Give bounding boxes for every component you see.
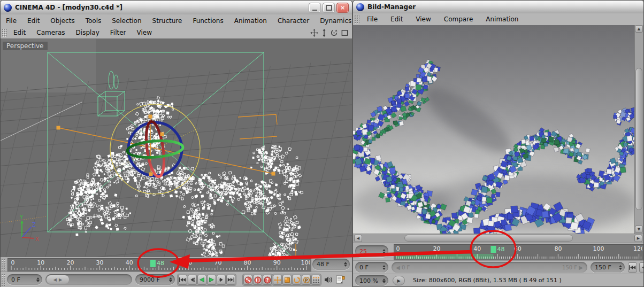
- menu-item-edit[interactable]: Edit: [8, 29, 31, 36]
- horizontal-scroll-thumb[interactable]: [404, 235, 573, 242]
- window-title: Bild-Manager: [367, 3, 416, 11]
- svg-text:10: 10: [37, 259, 44, 266]
- timeline-end-field[interactable]: 9000 F: [135, 274, 175, 285]
- menu-item-file[interactable]: File: [1, 17, 22, 25]
- menu-item-display[interactable]: Display: [71, 29, 105, 36]
- spinner-arrows-icon[interactable]: [36, 276, 40, 284]
- scroll-down-icon[interactable]: ▼: [635, 226, 643, 233]
- menu-item-selection[interactable]: Selection: [106, 17, 147, 25]
- title-bar[interactable]: Bild-Manager: [353, 1, 643, 14]
- menu-item-dynamics[interactable]: Dynamics: [315, 17, 357, 25]
- play-icon: ▶: [397, 278, 400, 283]
- horizontal-scrollbar[interactable]: ◀ ▶: [353, 234, 643, 243]
- slider-handle[interactable]: ◀ ▶: [47, 275, 69, 284]
- menu-item-file[interactable]: File: [361, 15, 384, 23]
- keyframe-selection-button[interactable]: ?: [263, 275, 272, 285]
- svg-text:40: 40: [473, 245, 481, 252]
- spinner-arrows-icon[interactable]: [382, 277, 386, 285]
- viewport-label[interactable]: Perspective: [3, 42, 48, 50]
- menu-item-functions[interactable]: Functions: [187, 17, 228, 25]
- svg-text:X: X: [35, 236, 39, 242]
- play-backwards-button[interactable]: [197, 275, 206, 285]
- record-pla-icon[interactable]: [311, 275, 320, 285]
- slider-left-icon[interactable]: ◀: [53, 277, 57, 282]
- minimize-button[interactable]: [309, 3, 321, 13]
- title-bar[interactable]: CINEMA 4D - [modyn30.c4d *] ×: [1, 1, 352, 15]
- menu-item-animation[interactable]: Animation: [229, 17, 272, 25]
- sound-icon[interactable]: [324, 274, 333, 285]
- viewport-rotate-icon[interactable]: [330, 29, 338, 37]
- timeline-grip[interactable]: [1, 259, 6, 270]
- pv-start-field[interactable]: 0 F: [355, 262, 388, 273]
- menu-item-edit[interactable]: Edit: [384, 15, 409, 23]
- menu-item-structure[interactable]: Structure: [147, 17, 188, 25]
- menu-item-character[interactable]: Character: [272, 17, 315, 25]
- viewport-move-icon[interactable]: [310, 29, 318, 37]
- viewport-toggle-icon[interactable]: [341, 29, 349, 37]
- menu-item-view[interactable]: View: [409, 15, 437, 23]
- cinema4d-window: CINEMA 4D - [modyn30.c4d *] × FileEditOb…: [0, 0, 352, 287]
- picture-viewer-window: Bild-Manager FileEditViewCompareAnimatio…: [352, 0, 644, 287]
- picture-viewer-menu-bar: FileEditViewCompareAnimation: [353, 13, 643, 26]
- toolbar-grip[interactable]: [2, 28, 7, 37]
- vertical-scrollbar[interactable]: ▲ ▼: [634, 25, 644, 234]
- spinner-arrows-icon[interactable]: [382, 247, 386, 255]
- previous-frame-button[interactable]: [188, 275, 197, 285]
- menu-item-objects[interactable]: Objects: [45, 17, 80, 25]
- goto-start-button[interactable]: [178, 275, 187, 285]
- svg-text:60: 60: [185, 259, 192, 266]
- spinner-arrows-icon[interactable]: [344, 260, 347, 268]
- menu-item-animation[interactable]: Animation: [479, 15, 525, 23]
- goto-end-button[interactable]: [226, 275, 235, 285]
- viewport-menu-bar: EditCamerasDisplayFilterView: [1, 27, 352, 39]
- pv-goto-start-button[interactable]: [628, 262, 637, 273]
- cinema4d-logo-icon: [4, 4, 12, 12]
- spinner-arrows-icon[interactable]: [382, 263, 386, 272]
- menu-item-view[interactable]: View: [132, 29, 157, 36]
- perspective-viewport[interactable]: YZX Perspective: [1, 39, 352, 257]
- record-position-icon[interactable]: [273, 275, 282, 285]
- frame-ruler[interactable]: 0102030406070809010048: [7, 258, 311, 272]
- viewport-scene: YZX: [1, 39, 352, 257]
- record-rotation-icon[interactable]: [292, 275, 301, 285]
- play-render-button[interactable]: ▶: [393, 276, 405, 285]
- scroll-up-icon[interactable]: ▲: [635, 25, 643, 33]
- menu-item-filter[interactable]: Filter: [105, 29, 132, 36]
- pv-previous-frame-button[interactable]: [639, 262, 643, 273]
- pv-end-field[interactable]: 150 F: [591, 262, 625, 273]
- maximize-button[interactable]: [323, 3, 335, 13]
- svg-text:Z: Z: [32, 222, 36, 228]
- transport-grip[interactable]: [1, 274, 6, 286]
- record-parameter-icon[interactable]: P: [302, 275, 311, 285]
- pv-range-slider[interactable]: ◀ 0 F 150 F ▶: [392, 262, 587, 273]
- slider-right-icon[interactable]: ▶: [59, 277, 62, 282]
- transport-bar: 0 F ◀ ▶ 9000 F ?: [1, 272, 352, 287]
- menu-item-compare[interactable]: Compare: [438, 15, 479, 23]
- framerate-field[interactable]: 25: [355, 245, 388, 257]
- record-keyframe-button[interactable]: [243, 275, 252, 285]
- scroll-right-icon[interactable]: ▶: [634, 235, 642, 242]
- timeline-start-field[interactable]: 0 F: [7, 274, 42, 285]
- viewport-zoom-icon[interactable]: [321, 29, 327, 37]
- menu-item-tools[interactable]: Tools: [80, 17, 107, 25]
- timeline-scroll-slider[interactable]: ◀ ▶: [45, 274, 132, 285]
- scroll-left-icon[interactable]: ◀: [354, 235, 362, 242]
- autokey-button[interactable]: [253, 275, 262, 285]
- cinema4d-logo-icon: [356, 3, 364, 11]
- current-frame-field[interactable]: 48 F: [312, 259, 350, 270]
- render-settings-icon[interactable]: [335, 274, 345, 285]
- pv-frame-ruler[interactable]: 02040608010012048: [394, 244, 644, 261]
- play-forwards-button[interactable]: [207, 275, 216, 285]
- close-button[interactable]: ×: [336, 3, 349, 13]
- maximize-icon: [326, 5, 332, 11]
- menu-item-edit[interactable]: Edit: [22, 17, 45, 25]
- next-frame-button[interactable]: [217, 275, 226, 285]
- spinner-arrows-icon[interactable]: [169, 276, 172, 284]
- menu-item-cameras[interactable]: Cameras: [31, 29, 70, 36]
- vertical-scroll-thumb[interactable]: [635, 68, 642, 210]
- toolbar-grip[interactable]: [354, 15, 359, 24]
- spinner-arrows-icon[interactable]: [619, 263, 622, 272]
- zoom-level-field[interactable]: 100 %: [355, 275, 388, 286]
- rendered-image[interactable]: [353, 25, 634, 234]
- record-scale-icon[interactable]: [282, 275, 292, 285]
